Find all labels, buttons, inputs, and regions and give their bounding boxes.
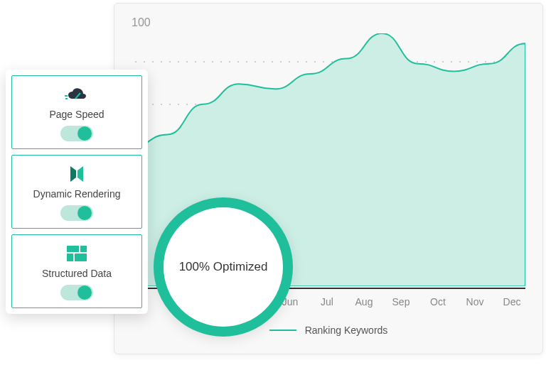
page-speed-label: Page Speed [49,109,104,120]
x-tick: Oct [427,296,449,307]
structured-data-card: Structured Data [11,234,142,308]
dynamic-rendering-icon [65,165,89,183]
optimization-toggles-panel: Page Speed Dynamic Rendering Structured … [6,70,148,314]
legend-label: Ranking Keywords [305,325,388,336]
x-tick: Nov [464,296,486,307]
cloud-speed-icon [65,86,89,103]
x-tick: Dec [501,296,523,307]
y-axis-max-label: 100 [132,16,525,29]
x-tick: Sep [390,296,412,307]
legend-swatch-icon [269,330,296,331]
dynamic-rendering-card: Dynamic Rendering [11,155,142,229]
x-tick: Aug [353,296,375,307]
structured-data-icon [65,245,89,262]
x-tick: Jul [316,296,338,307]
optimized-badge: 100% Optimized [154,197,293,337]
dynamic-rendering-toggle[interactable] [60,205,93,221]
optimized-badge-text: 100% Optimized [179,260,268,274]
page-speed-card: Page Speed [11,75,142,149]
structured-data-label: Structured Data [42,268,112,279]
dynamic-rendering-label: Dynamic Rendering [33,188,121,200]
structured-data-toggle[interactable] [60,285,93,300]
page-speed-toggle[interactable] [60,126,93,141]
